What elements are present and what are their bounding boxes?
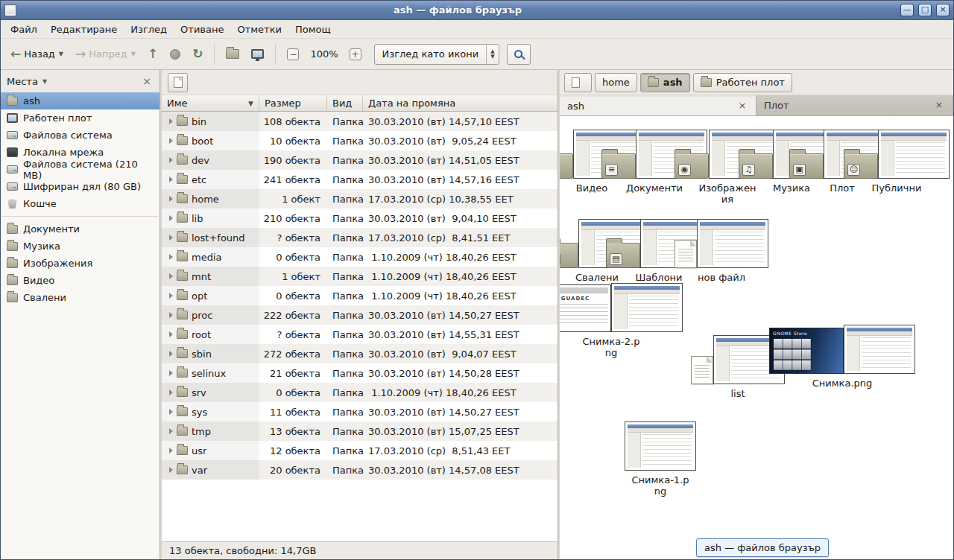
menu-item[interactable]: Файл [4,22,44,37]
file-row[interactable]: tmp 13 обекта Папка 30.03.2010 (вт) 15,0… [162,421,557,441]
forward-button[interactable]: → Напред ▼ [70,43,141,65]
expander-icon[interactable] [169,157,173,163]
sidebar-item[interactable]: Свалени [1,289,159,306]
path-button[interactable]: ash [640,73,690,92]
icon-view-item[interactable]: GUADEC GUADEC [560,283,683,358]
sidebar-mode-chevron-icon[interactable]: ▼ [42,78,47,85]
minimize-button[interactable]: — [900,4,914,16]
expander-icon[interactable] [169,293,173,299]
expander-icon[interactable] [169,312,173,318]
file-row[interactable]: proc 222 обекта Папка 30.03.2010 (вт) 14… [162,305,557,325]
expander-icon[interactable] [169,428,173,434]
column-header-date[interactable]: Дата на промяна [363,95,557,111]
column-header-size[interactable]: Размер [259,95,327,111]
file-row[interactable]: lost+found ? обекта Папка 17.03.2010 (ср… [162,228,557,247]
tab-close-button[interactable]: × [933,100,945,112]
sidebar-item[interactable]: Кошче [1,195,159,212]
file-row[interactable]: bin 108 обекта Папка 30.03.2010 (вт) 14,… [162,112,557,131]
sidebar-item[interactable]: Изображения [1,255,159,272]
expander-icon[interactable] [169,389,173,395]
search-button[interactable] [507,44,531,65]
expander-icon[interactable] [169,254,173,260]
pane-location-button[interactable] [168,73,188,92]
file-row[interactable]: opt 0 обекта Папка 1.10.2009 (чт) 18,40,… [162,286,557,305]
combo-spinner-icon[interactable]: ▲▼ [486,45,498,64]
stop-button[interactable] [165,45,186,64]
titlebar[interactable]: ash — файлов браузър — □ × [1,1,953,20]
file-row[interactable]: sbin 272 обекта Папка 30.03.2010 (вт) 9,… [162,344,557,363]
back-button[interactable]: ← Назад ▼ [5,43,69,65]
file-row[interactable]: usr 12 обекта Папка 17.03.2010 (ср) 8,51… [162,441,557,460]
sidebar-close-button[interactable]: × [140,76,154,86]
reload-button[interactable]: ↻ [187,43,208,65]
file-row[interactable]: home 1 обект Папка 17.03.2010 (ср) 10,38… [162,189,557,209]
sidebar-item[interactable]: Работен плот [1,109,159,127]
file-row[interactable]: sys 11 обекта Папка 30.03.2010 (вт) 14,5… [162,402,557,421]
file-size: 20 обекта [259,465,327,476]
chevron-down-icon[interactable]: ▼ [59,51,63,57]
column-header-type[interactable]: Вид [327,95,363,111]
icon-view-item[interactable]: GNOME Store GNOME Store [769,325,915,389]
maximize-button[interactable]: □ [918,4,932,16]
file-date: 30.03.2010 (вт) 14,50,28 EEST [363,368,557,379]
sidebar-item[interactable]: Файлова система [1,127,159,144]
home-button[interactable] [221,45,244,63]
expander-icon[interactable] [169,409,173,415]
icon-view-item[interactable]: Публични [844,130,950,194]
sidebar-item[interactable]: Шифриран дял (80 GB) [1,178,159,195]
path-button[interactable]: Работен плот [693,73,792,92]
up-button[interactable]: ↑ [142,43,163,65]
expander-icon[interactable] [169,176,173,182]
expander-icon[interactable] [169,331,173,337]
view-mode-combo[interactable]: Изглед като икони ▲▼ [374,44,499,65]
icon-view-item[interactable]: нов файл [675,219,768,283]
expander-icon[interactable] [169,273,173,279]
file-row[interactable]: dev 190 обекта Папка 30.03.2010 (вт) 14,… [162,150,557,170]
chevron-down-icon[interactable]: ▼ [131,51,136,57]
expander-icon[interactable] [169,196,173,202]
menu-item[interactable]: Отметки [230,22,288,37]
sidebar-item[interactable]: Документи [1,220,159,238]
file-row[interactable]: selinux 21 обекта Папка 30.03.2010 (вт) … [162,363,557,383]
sidebar-title[interactable]: Места [7,76,38,87]
zoom-in-button[interactable]: + [344,44,367,65]
file-row[interactable]: boot 10 обекта Папка 30.03.2010 (вт) 9,0… [162,131,557,150]
icon-view[interactable]: Видео [560,116,953,559]
sidebar-item[interactable]: Видео [1,272,159,289]
file-row[interactable]: lib 210 обекта Папка 30.03.2010 (вт) 9,0… [162,209,557,228]
expander-icon[interactable] [169,215,173,221]
file-date: 30.03.2010 (вт) 15,07,25 EEST [363,426,557,437]
thumbnail-window [611,283,683,332]
expander-icon[interactable] [169,448,173,454]
expander-icon[interactable] [169,351,173,357]
expander-icon[interactable] [169,235,173,241]
zoom-out-button[interactable]: − [282,44,304,65]
path-button[interactable]: home [595,73,637,92]
folder-icon [560,243,578,268]
file-row[interactable]: etc 241 обекта Папка 30.03.2010 (вт) 14,… [162,170,557,189]
expander-icon[interactable] [169,370,173,376]
file-row[interactable]: media 0 обекта Папка 1.10.2009 (чт) 18,4… [162,247,557,267]
sidebar-item[interactable]: ash [1,92,159,109]
file-row[interactable]: srv 0 обекта Папка 1.10.2009 (чт) 18,40,… [162,383,557,402]
file-row[interactable]: var 20 обекта Папка 30.03.2010 (вт) 14,5… [162,460,557,480]
icon-view-item[interactable]: Снимка-1.png [625,421,696,497]
file-row[interactable]: root ? обекта Папка 30.03.2010 (вт) 14,5… [162,325,557,344]
column-header-name[interactable]: Име ▼ [162,95,259,111]
sidebar-item[interactable]: Файлова система (210 MB) [1,161,159,178]
expander-icon[interactable] [169,118,173,124]
menu-item[interactable]: Редактиране [44,22,124,37]
computer-button[interactable] [246,45,269,63]
menu-item[interactable]: Помощ [288,22,338,37]
file-row[interactable]: mnt 1 обект Папка 1.10.2009 (чт) 18,40,2… [162,267,557,286]
tab[interactable]: ash × [560,95,756,115]
expander-icon[interactable] [169,138,173,144]
menu-item[interactable]: Отиване [174,22,230,37]
menu-item[interactable]: Изглед [124,22,174,37]
sidebar-item[interactable]: Музика [1,238,159,255]
close-button[interactable]: × [936,4,950,16]
tab-close-button[interactable]: × [736,101,748,112]
path-button[interactable] [564,73,592,92]
tab[interactable]: Плот × [756,95,953,115]
expander-icon[interactable] [169,467,173,473]
